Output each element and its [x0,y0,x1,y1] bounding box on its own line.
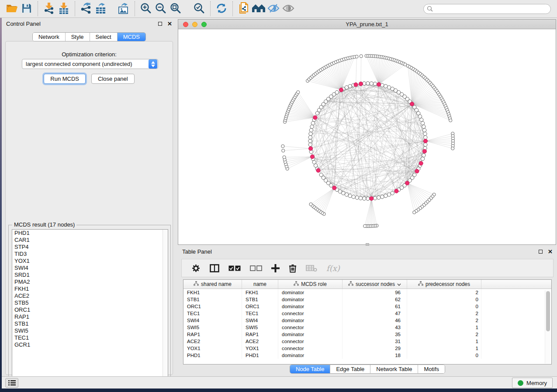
table-cell[interactable]: RAP1 [242,331,278,338]
table-cell[interactable]: RAP1 [183,331,242,338]
table-scrollbar[interactable] [545,290,550,364]
table-scrollbar-thumb[interactable] [546,291,550,331]
table-row[interactable]: ORC1ORC1dominator610 [183,303,551,310]
zoom-in-button[interactable] [138,1,153,16]
memory-button[interactable]: Memory [512,378,553,388]
close-panel-icon[interactable]: ✕ [167,21,172,27]
fit-content-button[interactable] [168,1,183,16]
mcds-result-item[interactable]: PHD1 [12,230,168,237]
table-cell[interactable]: 47 [343,310,407,317]
export-table-button[interactable] [93,1,108,16]
table-cell[interactable]: dominator [278,296,343,303]
table-cell[interactable]: 1 [407,345,481,352]
criterion-select[interactable]: largest connected component (undirected) [22,59,158,69]
column-header-MCDS-role[interactable]: MCDS role [278,280,343,289]
table-row[interactable]: YOX1YOX1connector291 [183,345,551,352]
table-row[interactable]: TEC1TEC1connector472 [183,310,551,317]
table-cell[interactable]: ACE2 [183,338,242,345]
table-cell[interactable]: 96 [343,289,407,296]
select-all-icon[interactable] [228,262,241,274]
open-file-button[interactable] [4,1,19,16]
table-cell[interactable]: TEC1 [242,310,278,317]
table-cell[interactable]: PHD1 [242,352,278,359]
mcds-result-item[interactable]: SWI4 [12,265,168,272]
table-cell[interactable]: TEC1 [183,310,242,317]
table-cell[interactable]: PHD1 [183,352,242,359]
table-cell[interactable]: dominator [278,317,343,324]
delete-table-icon[interactable] [306,262,317,274]
fit-selected-button[interactable] [192,1,207,16]
search-input[interactable] [423,4,551,14]
table-row[interactable]: PHD1PHD1dominator180 [183,352,551,359]
column-header-shared-name[interactable]: shared name [183,280,242,289]
clone-network-button[interactable] [236,1,251,16]
mcds-result-item[interactable]: SRD1 [12,272,168,279]
show-all-button[interactable] [281,1,296,16]
table-cell[interactable]: 43 [343,324,407,331]
run-mcds-button[interactable]: Run MCDS [44,74,86,84]
tab-network-table[interactable]: Network Table [370,365,418,373]
network-canvas[interactable] [178,29,556,244]
table-cell[interactable]: FKH1 [242,289,278,296]
mcds-result-item[interactable]: ORC1 [12,306,168,313]
merge-networks-button[interactable] [251,1,266,16]
table-cell[interactable]: STB1 [242,296,278,303]
table-cell[interactable]: SWI4 [183,317,242,324]
column-header-name[interactable]: name [242,280,278,289]
table-cell[interactable]: 31 [343,338,407,345]
table-cell[interactable]: 2 [407,317,481,324]
table-cell[interactable]: dominator [278,303,343,310]
mcds-result-item[interactable]: STP4 [12,244,168,251]
table-row[interactable]: SWI5SWI5connector431 [183,324,551,331]
table-cell[interactable]: dominator [278,289,343,296]
mcds-result-item[interactable]: RAP1 [12,313,168,320]
table-row[interactable]: SWI4SWI4dominator462 [183,317,551,324]
mcds-result-item[interactable]: FKH1 [12,285,168,292]
network-window-titlebar[interactable]: YPA_prune.txt_1 [178,20,556,29]
float-panel-icon[interactable] [158,22,162,26]
column-header-predecessor-nodes[interactable]: predecessor nodes [407,280,481,289]
import-network-button[interactable] [42,1,56,16]
tab-edge-table[interactable]: Edge Table [330,365,370,373]
export-network-button[interactable] [79,1,93,16]
table-cell[interactable]: 62 [343,296,407,303]
table-cell[interactable]: 0 [407,303,481,310]
table-cell[interactable]: FKH1 [183,289,242,296]
export-image-button[interactable] [116,1,131,16]
deselect-all-icon[interactable] [250,262,262,274]
table-cell[interactable]: dominator [278,352,343,359]
table-cell[interactable]: 2 [407,310,481,317]
apply-layout-button[interactable] [214,1,229,16]
zoom-out-button[interactable] [153,1,168,16]
mcds-result-item[interactable]: SWI5 [12,327,168,334]
table-cell[interactable]: 0 [407,352,481,359]
create-column-icon[interactable] [271,262,280,274]
table-cell[interactable]: 0 [407,296,481,303]
table-cell[interactable]: ORC1 [183,303,242,310]
save-session-button[interactable] [19,1,34,16]
table-cell[interactable]: 35 [343,331,407,338]
float-panel-icon[interactable] [539,250,543,254]
table-cell[interactable]: YOX1 [242,345,278,352]
apply-function-icon[interactable]: f(x) [326,262,340,274]
column-visibility-icon[interactable] [210,262,219,274]
table-cell[interactable]: YOX1 [183,345,242,352]
tab-mcds[interactable]: MCDS [118,33,145,41]
import-table-button[interactable] [56,1,71,16]
table-cell[interactable]: SWI5 [183,324,242,331]
table-cell[interactable]: 1 [407,338,481,345]
tab-motifs[interactable]: Motifs [418,365,445,373]
column-header-successor-nodes[interactable]: successor nodes [343,280,407,289]
table-cell[interactable]: dominator [278,331,343,338]
show-log-button[interactable] [5,378,18,388]
tab-network[interactable]: Network [33,33,66,41]
table-cell[interactable]: 18 [343,352,407,359]
table-cell[interactable]: ORC1 [242,303,278,310]
table-cell[interactable]: SWI5 [242,324,278,331]
tab-select[interactable]: Select [90,33,118,41]
table-row[interactable]: ACE2ACE2connector311 [183,338,551,345]
mcds-result-item[interactable]: TID3 [12,251,168,258]
table-cell[interactable]: 61 [343,303,407,310]
close-panel-button[interactable]: Close panel [91,74,135,84]
table-cell[interactable]: STB1 [183,296,242,303]
